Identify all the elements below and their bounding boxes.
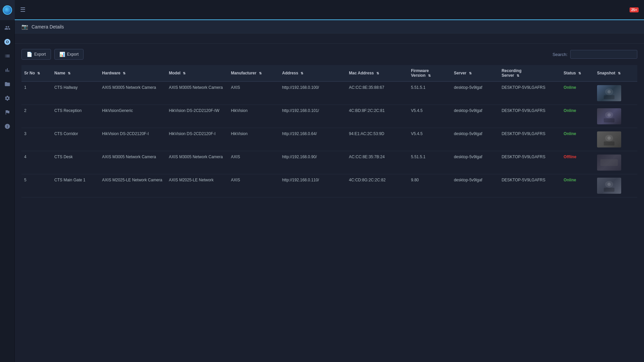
camera-table-container: Sr No ⇅ Name ⇅ Hardware ⇅ Model ⇅ Manufa xyxy=(21,65,637,197)
cell-recserver: DESKTOP-5V9LGAFRS xyxy=(499,128,561,151)
col-header-hardware: Hardware ⇅ xyxy=(99,65,166,81)
export-pdf-button[interactable]: 📄 Export xyxy=(21,49,51,60)
svg-point-11 xyxy=(607,136,611,140)
col-header-snapshot: Snapshot ⇅ xyxy=(594,65,637,81)
table-header: Sr No ⇅ Name ⇅ Hardware ⇅ Model ⇅ Manufa xyxy=(21,65,637,81)
cell-model: HikVision DS-2CD2120F-I xyxy=(166,128,228,151)
toolbar: 📄 Export 📊 Export Search: xyxy=(21,49,637,60)
sort-manufacturer-icon[interactable]: ⇅ xyxy=(259,71,262,75)
cell-snapshot[interactable] xyxy=(594,151,637,174)
sidebar-item-list[interactable] xyxy=(1,50,14,62)
cell-server: desktop-5v9lgaf xyxy=(451,151,499,174)
cell-server: desktop-5v9lgaf xyxy=(451,128,499,151)
sidebar-item-flags[interactable] xyxy=(1,106,14,119)
sidebar-item-settings[interactable] xyxy=(1,92,14,105)
app-logo[interactable] xyxy=(3,5,12,15)
snapshot-thumbnail[interactable] xyxy=(597,178,621,194)
cell-snapshot[interactable] xyxy=(594,81,637,105)
cell-snapshot[interactable] xyxy=(594,128,637,151)
sort-srno-icon[interactable]: ⇅ xyxy=(37,71,40,75)
cell-snapshot[interactable] xyxy=(594,105,637,128)
table-row: 4 CTS Desk AXIS M3005 Network Camera AXI… xyxy=(21,151,637,174)
snapshot-image xyxy=(597,155,621,171)
svg-rect-13 xyxy=(600,159,618,166)
sidebar-item-camera[interactable] xyxy=(1,36,14,48)
hamburger-button[interactable]: ☰ xyxy=(20,6,25,13)
sort-hardware-icon[interactable]: ⇅ xyxy=(123,71,125,75)
cell-recserver: DESKTOP-5V9LGAFRS xyxy=(499,81,561,105)
cell-address: http://192.168.0.101/ xyxy=(279,105,346,128)
export-excel-button[interactable]: 📊 Export xyxy=(54,49,84,60)
col-header-status: Status ⇅ xyxy=(561,65,594,81)
cell-address: http://192.168.0.100/ xyxy=(279,81,346,105)
cell-srno: 2 xyxy=(21,105,52,128)
sort-address-icon[interactable]: ⇅ xyxy=(301,71,303,75)
cell-name: CTS Main Gate 1 xyxy=(52,174,99,197)
col-header-firmware: FirmwareVersion ⇅ xyxy=(408,65,451,81)
snapshot-thumbnail[interactable] xyxy=(597,85,621,101)
cell-firmware: 9.80 xyxy=(408,174,451,197)
col-header-name: Name ⇅ xyxy=(52,65,99,81)
cell-model: HikVision DS-2CD2120F-IW xyxy=(166,105,228,128)
cell-hardware: AXIS M3005 Network Camera xyxy=(99,151,166,174)
cell-name: CTS Corridor xyxy=(52,128,99,151)
cell-status: Online xyxy=(561,128,594,151)
cell-address: http://192.168.0.64/ xyxy=(279,128,346,151)
cell-server: desktop-5v9lgaf xyxy=(451,105,499,128)
cell-firmware: V5.4.5 xyxy=(408,105,451,128)
sort-firmware-icon[interactable]: ⇅ xyxy=(428,74,431,77)
cell-address: http://192.168.0.110/ xyxy=(279,174,346,197)
content-area: 📄 Export 📊 Export Search: Sr No ⇅ xyxy=(15,44,644,362)
cell-snapshot[interactable] xyxy=(594,174,637,197)
sort-server-icon[interactable]: ⇅ xyxy=(469,71,472,75)
topbar-left: ☰ xyxy=(20,6,25,13)
cell-name: CTS Reception xyxy=(52,105,99,128)
sidebar-item-files[interactable] xyxy=(1,78,14,90)
cell-hardware: HikVisionGeneric xyxy=(99,105,166,128)
sort-snapshot-icon[interactable]: ⇅ xyxy=(618,71,621,75)
cell-mac: AC:CC:8E:35:88:67 xyxy=(346,81,408,105)
sidebar-item-info[interactable] xyxy=(1,120,14,133)
main-area: ☰ 25+ 📷 Camera Details 📄 Export 📊 Export xyxy=(15,0,644,362)
table-body: 1 CTS Hallway AXIS M3005 Network Camera … xyxy=(21,81,637,197)
cell-manufacturer: HikVision xyxy=(228,128,279,151)
cell-manufacturer: HikVision xyxy=(228,105,279,128)
cell-firmware: 5.51.5.1 xyxy=(408,81,451,105)
sort-model-icon[interactable]: ⇅ xyxy=(183,71,185,75)
snapshot-image xyxy=(597,108,621,124)
table-row: 5 CTS Main Gate 1 AXIS M2025-LE Network … xyxy=(21,174,637,197)
sidebar-item-users[interactable] xyxy=(1,21,14,34)
svg-rect-6 xyxy=(604,118,614,122)
toolbar-right: Search: xyxy=(552,50,637,59)
snapshot-thumbnail[interactable] xyxy=(597,131,621,147)
snapshot-thumbnail[interactable] xyxy=(597,155,621,171)
cell-manufacturer: AXIS xyxy=(228,174,279,197)
svg-point-7 xyxy=(607,113,611,117)
cell-model: AXIS M3005 Network Camera xyxy=(166,81,228,105)
search-input[interactable] xyxy=(570,50,637,59)
col-header-mac: Mac Address ⇅ xyxy=(346,65,408,81)
snapshot-thumbnail[interactable] xyxy=(597,108,621,124)
sort-mac-icon[interactable]: ⇅ xyxy=(376,71,379,75)
svg-rect-16 xyxy=(604,188,614,192)
camera-table: Sr No ⇅ Name ⇅ Hardware ⇅ Model ⇅ Manufa xyxy=(21,65,637,197)
cell-srno: 4 xyxy=(21,151,52,174)
sub-header xyxy=(15,34,644,44)
table-row: 2 CTS Reception HikVisionGeneric HikVisi… xyxy=(21,105,637,128)
notification-badge[interactable]: 25+ xyxy=(630,7,639,12)
cell-srno: 3 xyxy=(21,128,52,151)
cell-server: desktop-5v9lgaf xyxy=(451,81,499,105)
sort-recserver-icon[interactable]: ⇅ xyxy=(517,74,519,77)
sort-name-icon[interactable]: ⇅ xyxy=(68,71,70,75)
sidebar-item-reports[interactable] xyxy=(1,64,14,76)
cell-recserver: DESKTOP-5V9LGAFRS xyxy=(499,174,561,197)
cell-address: http://192.168.0.90/ xyxy=(279,151,346,174)
cell-mac: 94:E1:AC:2C:53:9D xyxy=(346,128,408,151)
snapshot-image xyxy=(597,178,621,194)
snapshot-image xyxy=(597,131,621,147)
search-label: Search: xyxy=(552,52,568,57)
sidebar-logo xyxy=(0,0,15,20)
sort-status-icon[interactable]: ⇅ xyxy=(578,71,581,75)
cell-model: AXIS M2025-LE Network xyxy=(166,174,228,197)
cell-srno: 1 xyxy=(21,81,52,105)
